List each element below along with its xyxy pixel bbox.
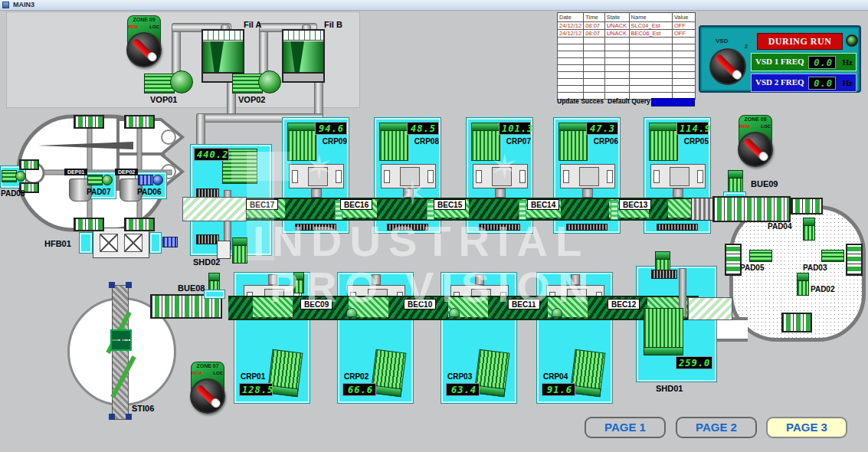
- shd02-label: SHD02: [193, 257, 220, 267]
- hfb01-outlet: [149, 232, 162, 254]
- sti06-label: STI06: [132, 404, 154, 413]
- vsd1-display: 0.0: [808, 56, 836, 69]
- pad02-label: PAD02: [811, 285, 835, 293]
- vsd1-unit: Hz: [843, 57, 853, 67]
- query-value-box[interactable]: [651, 98, 695, 106]
- alarm-row-empty: [558, 44, 696, 51]
- zone-07-switch[interactable]: ZONE 07 REM LOC: [186, 362, 229, 420]
- page-1-button[interactable]: PAGE 1: [585, 417, 666, 438]
- roller-set: [74, 115, 104, 129]
- shaft: [582, 188, 593, 198]
- pad05-pump-icon[interactable]: [749, 250, 772, 262]
- rotary-knob-icon[interactable]: [126, 32, 162, 67]
- page-3-button[interactable]: PAGE 3: [766, 417, 847, 438]
- vsd2-label: VSD 2 FREQ: [755, 77, 804, 87]
- sti06-agitator-bar: [112, 285, 129, 420]
- crp07-display: 101.3: [499, 122, 531, 135]
- shaft: [311, 188, 322, 198]
- alarm-row[interactable]: 24/12/1208:07 UNACKSLC04_Est OFF: [558, 22, 696, 30]
- vop02-label: VOP02: [238, 95, 265, 104]
- rotary-knob-icon[interactable]: [190, 378, 225, 414]
- alarm-row-empty: [558, 58, 696, 65]
- pad02-pump-icon[interactable]: [797, 273, 809, 296]
- rotary-knob-icon[interactable]: [738, 132, 773, 167]
- bue09-elevator[interactable]: [712, 196, 791, 222]
- pad06-label: PAD06: [137, 188, 162, 196]
- bue09-motor-icon: [728, 170, 743, 193]
- alarm-row-empty: [558, 79, 696, 86]
- crp04-label: CRP04: [543, 372, 568, 381]
- rem-label: REM: [128, 25, 138, 29]
- shd01-label: SHD01: [656, 384, 683, 393]
- pad07-pump-icon: [102, 175, 113, 185]
- bec14-label[interactable]: BEC14: [527, 199, 559, 210]
- belt-drive-icon: [552, 308, 562, 317]
- roller-set: [74, 218, 104, 231]
- belt-roller: [611, 200, 618, 220]
- bec13-label[interactable]: BEC13: [619, 199, 651, 210]
- vop02-pump-icon[interactable]: [258, 70, 281, 93]
- bec16-label[interactable]: BEC16: [340, 199, 372, 210]
- crp02-display: 66.6: [342, 383, 376, 396]
- rem-label: REM: [192, 371, 201, 375]
- bec10-label[interactable]: BEC10: [404, 299, 436, 310]
- alarm-row[interactable]: 24/12/1208:07 UNACKBEC06_Est OFF: [558, 30, 696, 38]
- pad08-label: PAD08: [1, 189, 25, 198]
- alarm-status-bar: Update Succes Default Query: [557, 97, 696, 107]
- gear-rack: [657, 224, 698, 231]
- filter-b[interactable]: [282, 29, 325, 83]
- vop01-pump-icon[interactable]: [170, 70, 193, 93]
- roller-set: [124, 218, 155, 231]
- zone-09-switch[interactable]: ZONE 09 REM LOC: [123, 15, 165, 74]
- bec09-label[interactable]: BEC09: [300, 299, 332, 310]
- page-2-button[interactable]: PAGE 2: [676, 417, 757, 438]
- rem-label: REM: [739, 124, 749, 129]
- bec15-label[interactable]: BEC15: [434, 199, 466, 210]
- hfb01-inlet: [79, 232, 93, 254]
- update-status: Update Succes: [557, 97, 604, 105]
- scada-main-screen: MAIN3 ZONE 09 REM LOC Fil A Fil B VOP01 …: [0, 0, 868, 452]
- zone-label: ZONE 08: [734, 116, 777, 122]
- vsd-rotary-switch[interactable]: [709, 48, 746, 85]
- col-state: State: [604, 13, 629, 22]
- bec17-label[interactable]: BEC17: [246, 199, 278, 210]
- query-status: Default Query: [608, 97, 650, 105]
- crp02-unit[interactable]: CRP02 66.6: [337, 272, 414, 404]
- crusher-body: [289, 164, 344, 188]
- roller-set: [791, 198, 823, 215]
- anchor-mark: [109, 414, 115, 420]
- sti06-drive-icon[interactable]: [110, 329, 132, 351]
- zone-label: ZONE 09: [123, 17, 165, 22]
- crp04-display: 91.6: [542, 383, 575, 396]
- shaft: [403, 188, 414, 198]
- filter-a-label: Fil A: [244, 20, 261, 29]
- crp04-unit[interactable]: CRP04 91.6: [536, 272, 613, 404]
- col-name: Name: [629, 13, 672, 22]
- motor-icon: [471, 123, 500, 161]
- crp06-display: 47.3: [586, 122, 618, 135]
- crp09-display: 94.6: [315, 122, 347, 135]
- pad04-pump-icon[interactable]: [803, 218, 815, 241]
- shd01-roller: [651, 270, 677, 279]
- vsd2-unit: Hz: [843, 78, 853, 87]
- bec11-label[interactable]: BEC11: [508, 299, 540, 310]
- col-value: Value: [672, 13, 695, 22]
- pad08-motor-icon: [2, 170, 17, 182]
- vop01-label: VOP01: [150, 95, 177, 104]
- vsd1-row: VSD 1 FREQ 0.0 Hz: [751, 53, 857, 71]
- alarm-table[interactable]: Date Time State Name Value 24/12/1208:07…: [557, 12, 696, 100]
- pad03-pump-icon[interactable]: [821, 250, 844, 262]
- crusher-body: [473, 164, 528, 188]
- roller-set: [124, 115, 155, 129]
- anchor-mark: [126, 282, 132, 288]
- crp03-unit[interactable]: CRP03 63.4: [441, 272, 517, 404]
- hfb01-body[interactable]: [93, 228, 149, 258]
- dep02-tag: DEP02: [115, 169, 138, 175]
- bec12-label[interactable]: BEC12: [608, 299, 640, 310]
- shaft: [495, 188, 506, 198]
- pad06-pump-icon: [152, 175, 163, 185]
- gear-rack: [387, 224, 428, 231]
- pad07-motor-icon: [87, 175, 103, 185]
- zone-08-switch[interactable]: ZONE 08 REM LOC: [734, 115, 777, 173]
- shd01-chute: [688, 297, 732, 320]
